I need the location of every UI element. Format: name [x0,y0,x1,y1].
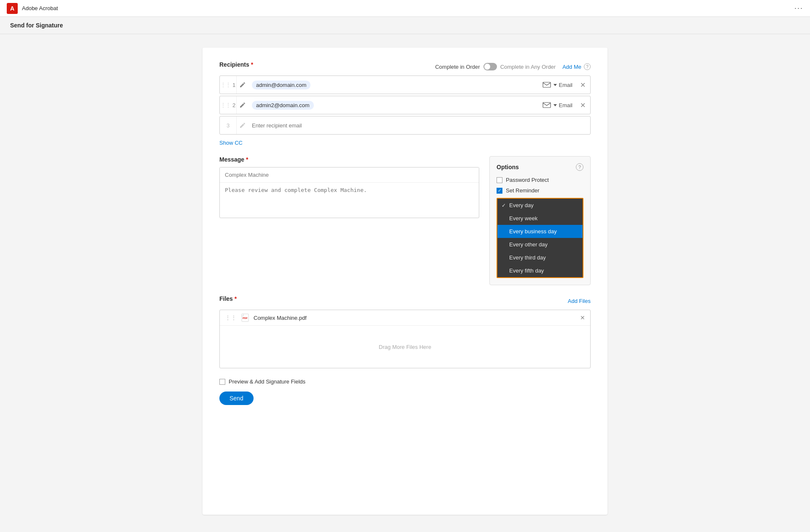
message-body-input[interactable] [220,183,479,216]
message-label: Message [219,156,479,163]
type-chevron-2 [554,104,557,106]
file-drag-handle: ⋮⋮ [225,314,237,321]
file-row: ⋮⋮ PDF Complex Machine.pdf ✕ [220,310,590,326]
message-left: Message [219,156,479,218]
recipient-row-empty: 3 [219,116,591,135]
pdf-icon: PDF [241,313,249,322]
files-section: Files Add Files ⋮⋮ PDF Complex Machine.p… [219,295,591,368]
recipient-number-3: 3 [220,116,237,134]
options-title: Options [497,164,519,170]
file-name: Complex Machine.pdf [254,315,576,321]
send-button[interactable]: Send [219,392,254,405]
form-container: Recipients Complete in Order Complete in… [202,48,608,515]
svg-rect-1 [543,103,551,108]
main-content: Recipients Complete in Order Complete in… [0,34,810,528]
options-panel: Options ? Password Protect ✓ Set Reminde… [489,156,591,285]
files-container: ⋮⋮ PDF Complex Machine.pdf ✕ Drag More F… [219,310,591,368]
preview-checkbox[interactable] [219,379,225,385]
page-title: Send for Signature [10,22,63,29]
preview-label: Preview & Add Signature Fields [229,378,305,385]
complete-in-order-toggle[interactable] [483,63,497,70]
order-controls: Complete in Order Complete in Any Order [435,63,556,70]
recipient-type-2[interactable]: Email [543,102,572,108]
title-bar: A Adobe Acrobat ··· [0,0,810,17]
reminder-option-every-day[interactable]: ✓ Every day [497,199,583,212]
options-header: Options ? [497,163,583,171]
password-protect-checkbox[interactable] [497,177,502,183]
recipient-number-1: ⋮⋮ 1 [220,76,237,94]
password-protect-label: Password Protect [506,177,549,183]
show-cc-link[interactable]: Show CC [219,140,243,146]
message-subject-input[interactable] [220,167,479,183]
recipient-number-2: ⋮⋮ 2 [220,96,237,114]
reminder-dropdown-menu: ✓ Every day Every week Every business da… [497,198,583,278]
reminder-option-every-week[interactable]: Every week [497,212,583,225]
set-reminder-checkbox[interactable]: ✓ [497,188,502,194]
add-me-button[interactable]: Add Me ? [562,63,591,70]
drag-dots-1: ⋮⋮ [221,82,231,88]
remove-recipient-1[interactable]: ✕ [577,79,589,91]
complete-any-order-label: Complete in Any Order [500,64,556,70]
recipient-email-2: admin2@domain.com [252,101,539,110]
reminder-option-every-third-day[interactable]: Every third day [497,251,583,264]
recipients-label: Recipients [219,61,253,68]
recipients-section: Recipients Complete in Order Complete in… [219,61,591,146]
edit-icon-1[interactable] [237,79,248,91]
recipient-type-1[interactable]: Email [543,82,572,88]
envelope-icon-1 [543,82,551,88]
title-bar-left: A Adobe Acrobat [7,3,58,14]
message-section: Message Options ? Password Protect ✓ [219,156,591,285]
files-label: Files [219,295,237,302]
drag-dots-2: ⋮⋮ [221,102,231,108]
recipient-row: ⋮⋮ 1 admin@domain.com [219,76,591,94]
edit-icon-2[interactable] [237,99,248,111]
reminder-dropdown: ✓ Every day Every week Every business da… [497,198,583,278]
edit-icon-3 [237,119,248,131]
type-chevron-1 [554,84,557,86]
set-reminder-option: ✓ Set Reminder [497,187,583,194]
file-remove-button[interactable]: ✕ [580,314,585,321]
checkmark-every-day: ✓ [502,203,506,208]
message-textarea-container [219,167,479,218]
acrobat-logo: A [7,3,18,14]
drag-more-files-area[interactable]: Drag More Files Here [220,326,590,368]
app-title: Adobe Acrobat [22,5,58,11]
add-me-help-icon: ? [584,63,591,70]
reminder-option-every-fifth-day[interactable]: Every fifth day [497,264,583,277]
svg-text:PDF: PDF [243,317,248,319]
reminder-option-every-other-day[interactable]: Every other day [497,238,583,251]
recipient-email-1: admin@domain.com [252,81,539,89]
envelope-icon-2 [543,102,551,108]
recipient-row: ⋮⋮ 2 admin2@domain.com [219,96,591,114]
preview-option: Preview & Add Signature Fields [219,378,591,385]
password-protect-option: Password Protect [497,177,583,183]
options-help-icon[interactable]: ? [576,163,583,171]
sub-header: Send for Signature [0,17,810,34]
recipient-email-input-3[interactable] [252,122,587,129]
svg-rect-0 [543,82,551,87]
set-reminder-label: Set Reminder [506,187,539,194]
add-files-link[interactable]: Add Files [568,298,591,304]
files-header: Files Add Files [219,295,591,306]
reminder-option-every-business-day[interactable]: Every business day [497,225,583,238]
remove-recipient-2[interactable]: ✕ [577,99,589,111]
more-options-button[interactable]: ··· [794,4,803,13]
recipients-header: Recipients Complete in Order Complete in… [219,61,591,72]
bottom-section: Preview & Add Signature Fields Send [219,378,591,405]
complete-in-order-label: Complete in Order [435,64,480,70]
